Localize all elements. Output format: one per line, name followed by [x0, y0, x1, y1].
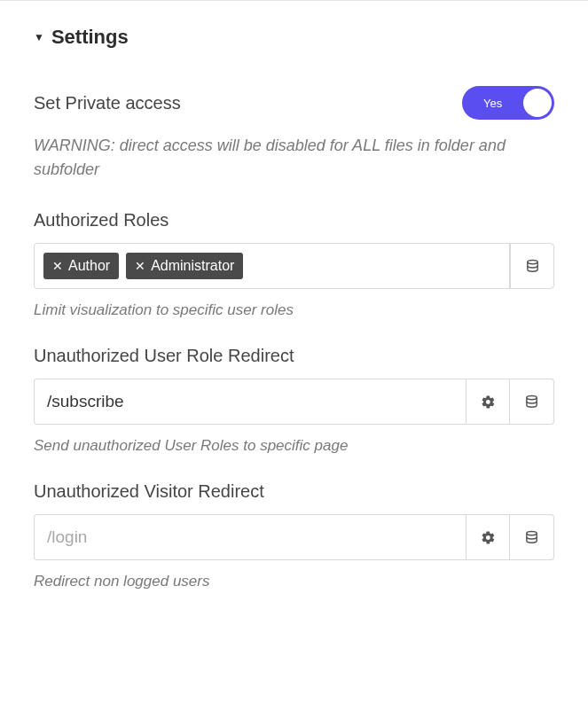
role-redirect-data-button[interactable]: [510, 379, 554, 425]
visitor-redirect-help: Redirect non logged users: [34, 573, 554, 590]
database-icon: [525, 259, 540, 274]
remove-tag-icon[interactable]: ✕: [52, 259, 63, 273]
database-icon: [524, 530, 539, 545]
toggle-on-label: Yes: [483, 97, 502, 110]
role-redirect-help: Send unauthorized User Roles to specific…: [34, 437, 554, 455]
role-redirect-input[interactable]: [34, 379, 466, 425]
private-access-toggle[interactable]: Yes: [462, 86, 554, 120]
roles-data-button[interactable]: [510, 243, 554, 289]
section-title: Settings: [51, 26, 129, 49]
database-icon: [524, 394, 539, 410]
role-tag-label: Author: [68, 258, 110, 274]
toggle-knob: [523, 89, 552, 117]
visitor-redirect-settings-button[interactable]: [466, 514, 510, 560]
gear-icon: [481, 394, 496, 410]
authorized-roles-input[interactable]: ✕ Author ✕ Administrator: [34, 243, 510, 289]
gear-icon: [481, 530, 496, 545]
role-tag-label: Administrator: [151, 258, 234, 274]
role-redirect-settings-button[interactable]: [466, 379, 510, 425]
remove-tag-icon[interactable]: ✕: [135, 259, 145, 273]
visitor-redirect-data-button[interactable]: [510, 514, 554, 560]
private-access-warning: WARNING: direct access will be disabled …: [34, 134, 554, 182]
visitor-redirect-input[interactable]: [34, 514, 466, 560]
collapse-caret-icon: ▼: [34, 31, 44, 43]
svg-point-0: [527, 260, 537, 263]
role-redirect-label: Unauthorized User Role Redirect: [34, 346, 554, 366]
private-access-label: Set Private access: [34, 93, 181, 113]
role-tag: ✕ Author: [43, 253, 119, 279]
visitor-redirect-label: Unauthorized Visitor Redirect: [34, 481, 554, 502]
settings-section-header[interactable]: ▼ Settings: [34, 26, 554, 49]
role-tag: ✕ Administrator: [126, 253, 243, 279]
authorized-roles-help: Limit visualization to specific user rol…: [34, 301, 554, 319]
svg-point-1: [527, 395, 537, 399]
svg-point-2: [527, 531, 537, 535]
authorized-roles-label: Authorized Roles: [34, 210, 554, 230]
